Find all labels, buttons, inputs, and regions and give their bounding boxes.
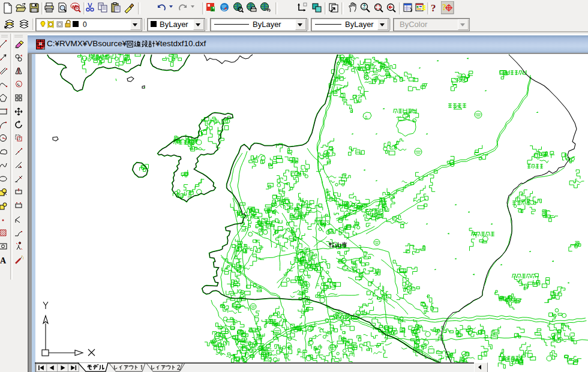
svg-text:0: 0 [83,20,87,29]
svg-text:A: A [0,256,7,265]
svg-text:?: ? [431,2,436,14]
